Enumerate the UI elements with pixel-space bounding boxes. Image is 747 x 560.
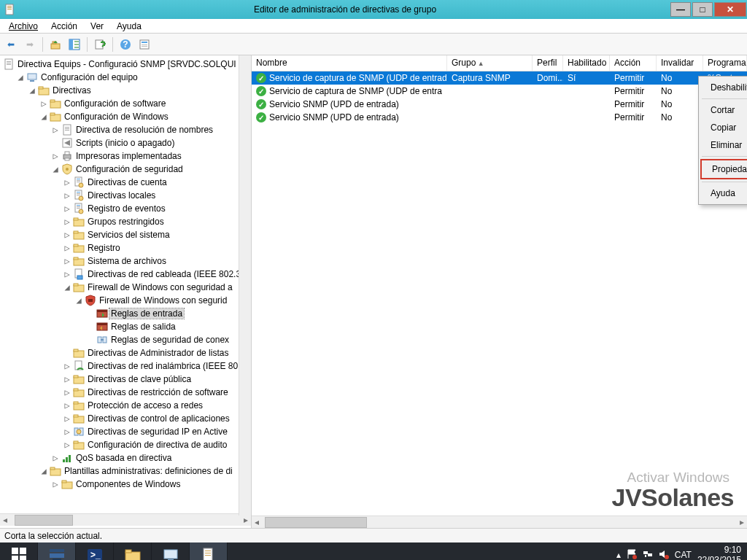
tree-item[interactable]: Directivas de Administrador de listas [0,346,251,359]
tree-expander-icon[interactable]: ◢ [63,282,71,292]
back-button[interactable]: ⬅ [3,36,19,52]
tree-expander-icon[interactable]: ▷ [63,413,71,424]
tree-expander-icon[interactable]: ▷ [63,243,71,253]
tree-item[interactable]: Reglas de salida [0,320,251,333]
tree-expander-icon[interactable]: ▷ [63,427,71,437]
menu-ayuda[interactable]: Ayuda [111,20,147,33]
tree-expander-icon[interactable]: ▷ [63,230,71,240]
context-menu-item[interactable]: Ayuda [700,184,747,202]
tree-item[interactable]: ▷Protección de acceso a redes [0,399,251,412]
tree-expander-icon[interactable]: ◢ [39,112,48,122]
tree-expander-icon[interactable] [63,348,71,358]
tree-item[interactable]: ▷Sistema de archivos [0,254,251,268]
tree-expander-icon[interactable]: ▷ [51,151,60,161]
tree-expander-icon[interactable]: ◢ [28,85,36,96]
column-nombre[interactable]: Nombre [252,55,447,71]
tree-expander-icon[interactable] [86,308,95,319]
tray-flag-icon[interactable] [627,549,637,561]
column-habilitado[interactable]: Habilitado [563,55,610,71]
context-menu-item[interactable]: Deshabilitar regla [700,79,747,96]
tree-item[interactable]: ▷Componentes de Windows [0,478,251,491]
taskbar-system[interactable] [152,542,190,560]
list-header[interactable]: NombreGrupoPerfilHabilitadoAcciónInvalid… [252,55,747,71]
tree-vertical-scrollbar[interactable] [239,55,251,516]
up-button[interactable] [47,36,63,52]
tree-expander-icon[interactable]: ▷ [39,98,48,109]
taskbar-powershell[interactable]: >_ [76,542,114,560]
tree-item[interactable]: ◢Plantillas administrativas: definicione… [0,464,251,478]
tree-expander-icon[interactable]: ▷ [63,256,71,266]
tree-item[interactable]: ◢Firewall de Windows con segurid [0,294,251,307]
tree-item[interactable]: ▷Directiva de resolución de nombres [0,123,251,136]
column-invalidar[interactable]: Invalidar [657,55,703,71]
context-menu-item[interactable]: Eliminar [700,136,747,154]
tree-item[interactable]: ▷Registro de eventos [0,202,251,215]
export-button[interactable] [92,36,108,52]
tray-network-icon[interactable] [643,549,653,561]
tree-expander-icon[interactable]: ▷ [63,361,71,371]
tree-expander-icon[interactable]: ▷ [63,400,71,411]
tree-item[interactable]: ▷Configuración de software [0,97,251,110]
tree-expander-icon[interactable]: ◢ [74,295,83,306]
column-grupo[interactable]: Grupo [447,55,533,71]
tree-expander-icon[interactable]: ▷ [63,190,71,201]
tree-item[interactable]: ▷Configuración de directiva de audito [0,438,251,451]
column-perfil[interactable]: Perfil [533,55,563,71]
tree-item[interactable]: Scripts (inicio o apagado) [0,136,251,149]
taskbar-server-manager[interactable] [38,542,76,560]
tree-item[interactable]: ▷Directivas de seguridad IP en Active [0,425,251,438]
tree-expander-icon[interactable]: ▷ [63,440,71,450]
tree-item[interactable]: ▷Directivas de clave pública [0,373,251,386]
context-menu-item[interactable]: Propiedades [700,159,747,179]
tree-item[interactable]: ▷QoS basada en directiva [0,451,251,464]
close-button[interactable]: ✕ [714,2,746,17]
list-row[interactable]: ✓Servicio de captura de SNMP (UDP de ent… [252,85,747,98]
properties-button[interactable] [136,36,152,52]
tree-expander-icon[interactable] [86,322,95,332]
tree-item[interactable]: ▷Grupos restringidos [0,215,251,228]
help-button[interactable]: ? [117,36,133,52]
column-accion[interactable]: Acción [610,55,657,71]
menu-archivo[interactable]: Archivo [3,20,44,33]
list-horizontal-scrollbar[interactable]: ◂ ▸ [252,516,747,528]
tree-item[interactable]: ▷Servicios del sistema [0,228,251,241]
minimize-button[interactable]: — [670,2,691,17]
tree-toggle-button[interactable] [66,36,82,52]
maximize-button[interactable]: □ [692,2,713,17]
tree-item[interactable]: ▷Directivas locales [0,189,251,202]
tree-expander-icon[interactable]: ▷ [63,217,71,227]
tree-item[interactable]: ▷Registro [0,241,251,254]
tree-item[interactable]: ▷Directivas de restricción de software [0,386,251,399]
menu-ver[interactable]: Ver [85,20,109,33]
tree-expander-icon[interactable] [86,335,95,345]
tree-item[interactable]: ◢Configuración de seguridad [0,163,251,176]
tree-item[interactable]: ◢Firewall de Windows con seguridad a [0,281,251,294]
tray-clock[interactable]: 9:10 22/03/2015 [697,545,741,560]
tree-item[interactable]: ◢Configuración del equipo [0,71,251,84]
tree-item[interactable]: ▷Directivas de red inalámbrica (IEEE 80 [0,359,251,373]
tree-expander-icon[interactable]: ◢ [51,164,60,174]
tree-expander-icon[interactable]: ▷ [51,125,60,135]
tree-expander-icon[interactable]: ▷ [63,374,71,384]
context-menu-item[interactable]: Copiar [700,119,747,136]
tree-expander-icon[interactable]: ▷ [63,177,71,187]
tree-expander-icon[interactable]: ▷ [63,387,71,397]
tree-expander-icon[interactable] [51,138,60,148]
list-row[interactable]: ✓Servicio SNMP (UPD de entrada)PermitirN… [252,98,747,111]
tree-horizontal-scrollbar[interactable]: ◂ ▸ [0,513,251,526]
tree-root[interactable]: Directiva Equips - Configuració SNMP [SR… [0,58,251,71]
tree-expander-icon[interactable]: ▷ [63,203,71,214]
tree-item[interactable]: ◢Directivas [0,84,251,97]
list-row[interactable]: ✓Servicio de captura de SNMP (UDP de ent… [252,71,747,85]
taskbar-explorer[interactable] [114,542,152,560]
system-tray[interactable]: ▴ CAT 9:10 22/03/2015 [616,545,747,560]
forward-button[interactable]: ➡ [22,36,38,52]
tree-item[interactable]: Reglas de seguridad de conex [0,333,251,346]
menu-accion[interactable]: Acción [45,20,83,33]
list-row[interactable]: ✓Servicio SNMP (UPD de entrada)PermitirN… [252,111,747,124]
tree-expander-icon[interactable]: ▷ [51,453,60,463]
tray-volume-icon[interactable] [659,549,669,561]
column-programa[interactable]: Programa [703,55,747,71]
context-menu-item[interactable]: Cortar [700,101,747,119]
tray-language[interactable]: CAT [675,550,692,560]
